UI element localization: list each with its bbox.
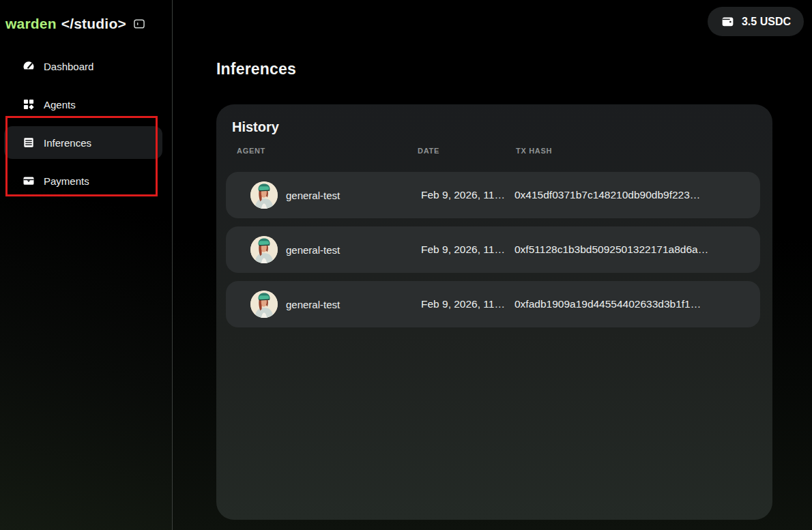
wallet-balance-text: 3.5 USDC: [742, 16, 791, 28]
column-header-agent: AGENT: [237, 147, 418, 155]
sidebar-item-inferences[interactable]: Inferences: [4, 126, 162, 159]
table-row[interactable]: general-test Feb 9, 2026, 11… 0xfadb1909…: [226, 281, 760, 327]
table-row[interactable]: general-test Feb 9, 2026, 11… 0xf51128c1…: [226, 226, 760, 273]
wallet-icon: [22, 174, 35, 188]
table-header-row: AGENT DATE TX HASH: [216, 147, 772, 155]
tx-hash: 0xfadb1909a19d44554402633d3b1f1…: [514, 298, 760, 310]
agent-avatar: [250, 236, 278, 263]
sidebar-item-payments[interactable]: Payments: [4, 164, 162, 197]
page-title: Inferences: [216, 61, 812, 77]
sidebar-item-label: Dashboard: [44, 61, 93, 72]
grid-icon: [22, 98, 35, 111]
tx-hash: 0xf51128c1b3bd5092501322171a8d6a…: [514, 244, 760, 256]
agent-name: general-test: [286, 299, 421, 310]
agent-name: general-test: [286, 190, 421, 201]
column-header-tx-hash: TX HASH: [516, 147, 772, 155]
inference-date: Feb 9, 2026, 11…: [421, 189, 514, 201]
sidebar-item-label: Inferences: [44, 137, 91, 149]
wallet-balance-button[interactable]: 3.5 USDC: [708, 7, 804, 36]
inference-date: Feb 9, 2026, 11…: [421, 298, 514, 310]
history-title: History: [232, 119, 772, 135]
agent-avatar: [250, 291, 278, 318]
gauge-icon: [22, 59, 35, 73]
sidebar-item-dashboard[interactable]: Dashboard: [4, 50, 162, 83]
brand-logo: warden </studio>: [0, 0, 172, 33]
agent-name: general-test: [286, 244, 421, 256]
wallet-icon: [721, 14, 735, 29]
main-area: 3.5 USDC Inferences History AGENT DATE T…: [173, 0, 812, 530]
inference-date: Feb 9, 2026, 11…: [421, 244, 514, 256]
sidebar-nav: Dashboard Agents: [0, 50, 172, 197]
sidebar-item-label: Payments: [44, 175, 89, 187]
table-row[interactable]: general-test Feb 9, 2026, 11… 0x415df037…: [226, 172, 760, 218]
column-header-date: DATE: [418, 147, 516, 155]
agent-avatar: [250, 181, 278, 209]
sidebar-item-agents[interactable]: Agents: [4, 88, 162, 121]
sidebar: warden </studio> Dashb: [0, 0, 173, 530]
sidebar-toggle-button[interactable]: [132, 16, 149, 32]
panel-left-icon: [132, 17, 146, 31]
page-content: Inferences History AGENT DATE TX HASH: [173, 0, 812, 520]
history-card: History AGENT DATE TX HASH: [216, 104, 772, 520]
sidebar-item-label: Agents: [44, 99, 76, 111]
app-window: warden </studio> Dashb: [0, 0, 812, 530]
tx-hash: 0x415df0371b7c148210db90db9f223…: [514, 189, 760, 201]
brand-wordmark: warden: [5, 16, 57, 32]
brand-suffix: </studio>: [61, 16, 126, 32]
list-icon: [22, 136, 35, 149]
